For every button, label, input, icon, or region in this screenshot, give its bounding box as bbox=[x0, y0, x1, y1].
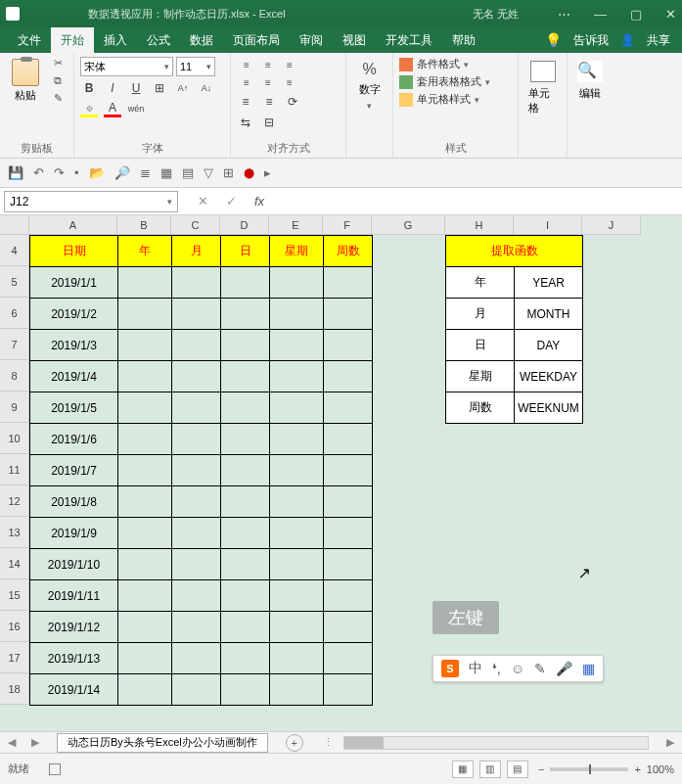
func-header[interactable]: 提取函数 bbox=[446, 236, 583, 267]
table-row[interactable]: 2019/1/5 bbox=[30, 392, 373, 424]
align-center-icon[interactable]: ≡ bbox=[258, 74, 278, 90]
cell[interactable] bbox=[118, 455, 172, 486]
sheet-next-icon[interactable]: ▶ bbox=[23, 736, 47, 749]
horizontal-scrollbar[interactable] bbox=[343, 736, 649, 750]
row-16[interactable]: 16 bbox=[0, 611, 29, 642]
shrink-font-button[interactable]: A↓ bbox=[198, 79, 215, 97]
cell-date[interactable]: 2019/1/13 bbox=[30, 643, 118, 674]
cell[interactable] bbox=[118, 267, 172, 299]
cell[interactable] bbox=[324, 486, 373, 518]
cell-date[interactable]: 2019/1/6 bbox=[30, 424, 118, 455]
cell[interactable] bbox=[118, 299, 172, 330]
cell[interactable] bbox=[221, 549, 270, 580]
cell[interactable] bbox=[118, 674, 172, 706]
col-A[interactable]: A bbox=[29, 215, 117, 235]
hscroll-right-icon[interactable]: ▶ bbox=[659, 736, 682, 749]
tab-pagelayout[interactable]: 页面布局 bbox=[223, 27, 290, 53]
table-row[interactable]: 2019/1/10 bbox=[30, 549, 373, 580]
tab-developer[interactable]: 开发工具 bbox=[376, 27, 442, 53]
align-top-icon[interactable]: ≡ bbox=[237, 57, 256, 72]
sheet-prev-icon[interactable]: ◀ bbox=[0, 736, 23, 749]
cell[interactable] bbox=[172, 549, 221, 580]
sheet-tab-active[interactable]: 动态日历By头条号Excel办公小动画制作 bbox=[57, 733, 268, 753]
cell[interactable] bbox=[221, 330, 270, 361]
row-9[interactable]: 9 bbox=[0, 392, 29, 423]
row-10[interactable]: 10 bbox=[0, 423, 29, 454]
table-row[interactable]: 2019/1/7 bbox=[30, 455, 373, 486]
func-name[interactable]: MONTH bbox=[515, 299, 583, 330]
cell[interactable] bbox=[270, 455, 324, 486]
table-format-button[interactable]: 套用表格格式▾ bbox=[399, 74, 512, 89]
cell[interactable] bbox=[172, 612, 221, 643]
cell[interactable] bbox=[221, 267, 270, 299]
cell[interactable] bbox=[270, 361, 324, 392]
align-bottom-icon[interactable]: ≡ bbox=[280, 57, 299, 72]
tab-formulas[interactable]: 公式 bbox=[137, 27, 180, 53]
zoom-in-button[interactable]: + bbox=[634, 763, 640, 775]
cell[interactable] bbox=[118, 518, 172, 549]
macro-record-icon[interactable] bbox=[49, 763, 61, 775]
ime-grid-icon[interactable]: ▦ bbox=[582, 661, 595, 676]
font-color-button[interactable]: A bbox=[104, 100, 121, 117]
cell-date[interactable]: 2019/1/4 bbox=[30, 361, 118, 392]
user-label[interactable]: 无名 无姓 bbox=[473, 7, 519, 22]
edit-icon[interactable]: 🔍 bbox=[577, 61, 603, 82]
name-box[interactable]: J12▾ bbox=[4, 191, 178, 212]
cell[interactable] bbox=[324, 518, 373, 549]
cell[interactable] bbox=[172, 330, 221, 361]
table-row[interactable]: 星期WEEKDAY bbox=[446, 361, 583, 392]
cell[interactable] bbox=[118, 549, 172, 580]
func-label[interactable]: 日 bbox=[446, 330, 515, 361]
cell[interactable] bbox=[270, 267, 324, 299]
orientation-icon[interactable]: ⟳ bbox=[284, 93, 301, 111]
cell[interactable] bbox=[221, 580, 270, 612]
cells-icon[interactable] bbox=[530, 61, 556, 82]
cell[interactable] bbox=[221, 361, 270, 392]
cell-date[interactable]: 2019/1/14 bbox=[30, 674, 118, 706]
cell-date[interactable]: 2019/1/9 bbox=[30, 518, 118, 549]
size-select[interactable]: 11▾ bbox=[176, 57, 215, 76]
row-5[interactable]: 5 bbox=[0, 266, 29, 298]
play-icon[interactable]: ▸ bbox=[264, 165, 271, 180]
table-row[interactable]: 日DAY bbox=[446, 330, 583, 361]
cell-date[interactable]: 2019/1/5 bbox=[30, 392, 118, 424]
cell[interactable] bbox=[221, 455, 270, 486]
cells-label[interactable]: 单元格 bbox=[528, 86, 557, 115]
underline-button[interactable]: U bbox=[127, 79, 145, 97]
table-row[interactable]: 2019/1/2 bbox=[30, 299, 373, 330]
border-button[interactable]: ⊞ bbox=[151, 79, 168, 97]
undo-icon[interactable]: ↶ bbox=[33, 165, 44, 180]
func-label[interactable]: 星期 bbox=[446, 361, 515, 392]
cell[interactable] bbox=[221, 392, 270, 424]
col-B[interactable]: B bbox=[117, 215, 171, 235]
cell[interactable] bbox=[270, 549, 324, 580]
zoom-icon[interactable]: 🔎 bbox=[114, 165, 130, 180]
cell[interactable] bbox=[270, 580, 324, 612]
table-row[interactable]: 年YEAR bbox=[446, 267, 583, 299]
func-name[interactable]: YEAR bbox=[515, 267, 583, 299]
th-year[interactable]: 年 bbox=[118, 236, 172, 267]
view-pagebreak-icon[interactable]: ▤ bbox=[507, 761, 528, 778]
row-8[interactable]: 8 bbox=[0, 360, 29, 392]
record-icon[interactable]: ⬤ bbox=[244, 167, 254, 178]
table-row[interactable]: 月MONTH bbox=[446, 299, 583, 330]
cell[interactable] bbox=[270, 486, 324, 518]
share-button[interactable]: 共享 bbox=[647, 32, 670, 49]
cell[interactable] bbox=[270, 518, 324, 549]
table-row[interactable]: 2019/1/1 bbox=[30, 267, 373, 299]
cell[interactable] bbox=[172, 424, 221, 455]
table-row[interactable]: 周数WEEKNUM bbox=[446, 392, 583, 424]
open-icon[interactable]: 📂 bbox=[89, 165, 105, 180]
cell[interactable] bbox=[172, 674, 221, 706]
cell[interactable] bbox=[172, 643, 221, 674]
maximize-button[interactable]: ▢ bbox=[630, 7, 642, 22]
cut-icon[interactable]: ✂ bbox=[54, 57, 68, 70]
wrap-text-icon[interactable]: ⇆ bbox=[237, 114, 254, 131]
cell-date[interactable]: 2019/1/3 bbox=[30, 330, 118, 361]
row-14[interactable]: 14 bbox=[0, 548, 29, 579]
table-row[interactable]: 2019/1/11 bbox=[30, 580, 373, 612]
pivot-icon[interactable]: ⊞ bbox=[223, 165, 234, 180]
col-E[interactable]: E bbox=[269, 215, 323, 235]
cell[interactable] bbox=[324, 424, 373, 455]
cell-date[interactable]: 2019/1/8 bbox=[30, 486, 118, 518]
